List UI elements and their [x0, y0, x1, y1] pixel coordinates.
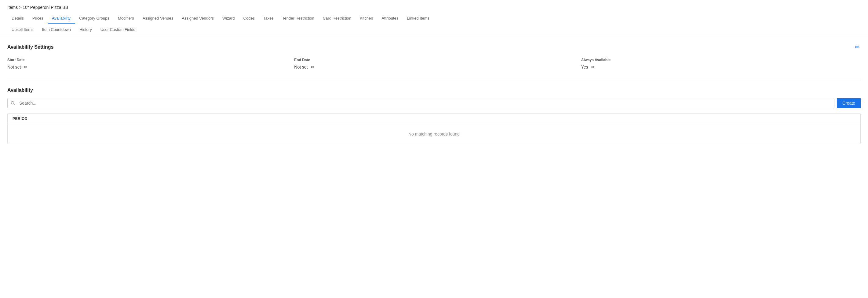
- page-header: Items > 10" Pepperoni Pizza BB DetailsPr…: [0, 0, 868, 35]
- end-date-text: Not set: [294, 64, 308, 70]
- period-column-header: Period: [12, 116, 28, 121]
- section-header: Availability Settings ✏: [7, 43, 861, 52]
- always-available-label: Always Available: [581, 58, 861, 62]
- always-available-field: Always Available Yes ✏: [581, 58, 861, 70]
- always-available-value: Yes ✏: [581, 64, 861, 70]
- primary-nav: DetailsPricesAvailabilityCategory Groups…: [7, 13, 861, 24]
- tab-assigned-venues[interactable]: Assigned Venues: [138, 13, 178, 24]
- end-date-field: End Date Not set ✏: [294, 58, 574, 70]
- secondary-nav: Upsell ItemsItem CountdownHistoryUser Cu…: [7, 25, 861, 35]
- tab-assigned-vendors[interactable]: Assigned Vendors: [178, 13, 218, 24]
- tab-linked-items[interactable]: Linked Items: [403, 13, 434, 24]
- section-divider: [7, 80, 861, 80]
- search-icon: [8, 99, 18, 108]
- start-date-field: Start Date Not set ✏: [7, 58, 287, 70]
- tab-history[interactable]: History: [75, 25, 96, 35]
- breadcrumb: Items > 10" Pepperoni Pizza BB: [7, 5, 861, 10]
- tab-details[interactable]: Details: [7, 13, 28, 24]
- settings-grid: Start Date Not set ✏ End Date Not set ✏ …: [7, 58, 861, 70]
- always-available-edit-button[interactable]: ✏: [591, 64, 595, 70]
- tab-availability[interactable]: Availability: [48, 13, 75, 24]
- availability-settings-title: Availability Settings: [7, 44, 54, 50]
- always-available-text: Yes: [581, 64, 588, 70]
- breadcrumb-separator: >: [19, 5, 21, 10]
- tab-category-groups[interactable]: Category Groups: [75, 13, 114, 24]
- start-date-text: Not set: [7, 64, 21, 70]
- tab-kitchen[interactable]: Kitchen: [355, 13, 377, 24]
- availability-table: Period No matching records found: [7, 113, 861, 144]
- start-date-value: Not set ✏: [7, 64, 287, 70]
- end-date-edit-button[interactable]: ✏: [310, 64, 315, 70]
- breadcrumb-parent[interactable]: Items: [7, 5, 18, 10]
- availability-section: Availability Create Period No matching r…: [7, 87, 861, 144]
- tab-user-custom-fields[interactable]: User Custom Fields: [96, 25, 140, 35]
- edit-section-button[interactable]: ✏: [854, 43, 861, 52]
- tab-wizard[interactable]: Wizard: [218, 13, 239, 24]
- main-content: Availability Settings ✏ Start Date Not s…: [0, 35, 868, 152]
- availability-settings-section: Availability Settings ✏ Start Date Not s…: [7, 43, 861, 70]
- end-date-label: End Date: [294, 58, 574, 62]
- availability-title: Availability: [7, 87, 861, 93]
- tab-prices[interactable]: Prices: [28, 13, 48, 24]
- tab-card-restriction[interactable]: Card Restriction: [318, 13, 355, 24]
- tab-upsell-items[interactable]: Upsell Items: [7, 25, 38, 35]
- tab-taxes[interactable]: Taxes: [259, 13, 278, 24]
- tab-codes[interactable]: Codes: [239, 13, 259, 24]
- search-wrapper: [7, 98, 834, 108]
- create-button[interactable]: Create: [837, 98, 861, 108]
- tab-attributes[interactable]: Attributes: [377, 13, 403, 24]
- start-date-label: Start Date: [7, 58, 287, 62]
- tab-item-countdown[interactable]: Item Countdown: [38, 25, 75, 35]
- tab-modifiers[interactable]: Modifiers: [114, 13, 138, 24]
- breadcrumb-current: 10" Pepperoni Pizza BB: [23, 5, 68, 10]
- table-header: Period: [8, 113, 860, 124]
- tab-tender-restriction[interactable]: Tender Restriction: [278, 13, 318, 24]
- search-row: Create: [7, 98, 861, 108]
- table-empty-message: No matching records found: [8, 124, 860, 144]
- start-date-edit-button[interactable]: ✏: [23, 64, 28, 70]
- end-date-value: Not set ✏: [294, 64, 574, 70]
- svg-line-1: [14, 104, 15, 105]
- search-input[interactable]: [18, 98, 834, 108]
